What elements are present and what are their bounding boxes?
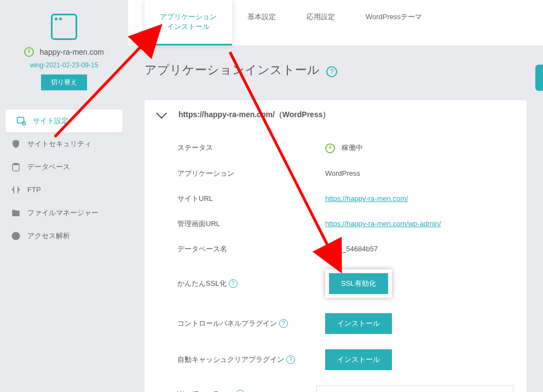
tab-wordpress-theme[interactable]: WordPressテーマ (350, 0, 437, 45)
sidebar-item-label: サイト設定 (33, 116, 68, 126)
theme-select[interactable] (316, 385, 513, 392)
tab-label: 応用設定 (307, 13, 335, 21)
cp-plugin-install-button[interactable]: インストール (325, 313, 392, 334)
site-url-value: https://happy-ra-men.com/ (325, 194, 408, 203)
power-icon (24, 47, 34, 57)
row-cp-plugin: コントロールパネルプラグイン ? インストール (177, 305, 513, 342)
site-summary: happy-ra-men.com wing-2021-02-23-09-15 切… (0, 14, 128, 104)
cp-plugin-value: インストール (325, 313, 392, 334)
cp-plugin-label-text: コントロールパネルプラグイン (177, 319, 277, 328)
row-theme: WordPressテーマ ? (177, 378, 513, 392)
row-application: アプリケーション WordPress (177, 161, 513, 186)
cache-plugin-value: インストール (325, 349, 392, 370)
site-url-label: サイトURL (177, 194, 325, 204)
cache-plugin-label-text: 自動キャッシュクリアプラグイン (177, 355, 284, 365)
sidebar-item-database[interactable]: データベース (0, 155, 128, 178)
help-icon[interactable]: ? (286, 355, 295, 364)
sidebar-item-label: データベース (27, 162, 70, 172)
sidebar: happy-ra-men.com wing-2021-02-23-09-15 切… (0, 0, 128, 392)
sidebar-nav: サイト設定 サイトセキュリティ データベース FTP ファイルマネージャー (0, 109, 128, 247)
page-title: アプリケーションインストール (145, 62, 320, 78)
side-drawer-toggle[interactable] (535, 65, 543, 91)
row-ssl: かんたんSSL化 ? SSL有効化 (177, 262, 513, 305)
sidebar-item-security[interactable]: サイトセキュリティ (0, 132, 128, 155)
help-icon[interactable]: ? (326, 66, 337, 77)
application-value: WordPress (325, 169, 360, 177)
site-domain: happy-ra-men.com (39, 48, 104, 56)
db-value: ztpce_54684b57 (325, 245, 378, 253)
ftp-icon (11, 185, 21, 195)
ssl-label: かんたんSSL化 ? (177, 279, 325, 289)
help-icon[interactable]: ? (229, 279, 238, 288)
shield-icon (11, 139, 21, 149)
tab-advanced-settings[interactable]: 応用設定 (291, 0, 350, 45)
sidebar-item-label: アクセス解析 (27, 231, 70, 241)
status-label: ステータス (177, 143, 325, 153)
accordion-header[interactable]: https://happy-ra-men.com/（WordPress） (145, 100, 527, 130)
folder-icon (11, 208, 21, 218)
cache-plugin-label: 自動キャッシュクリアプラグイン ? (177, 355, 325, 365)
theme-value (316, 385, 513, 392)
chevron-down-icon (156, 108, 167, 119)
row-cache-plugin: 自動キャッシュクリアプラグイン ? インストール (177, 342, 513, 378)
database-icon (11, 162, 21, 172)
server-name: wing-2021-02-23-09-15 (5, 61, 123, 69)
tab-basic-settings[interactable]: 基本設定 (232, 0, 291, 45)
cache-plugin-install-button[interactable]: インストール (325, 349, 392, 370)
tab-app-install[interactable]: アプリケーション インストール (145, 0, 232, 45)
row-status: ステータス 稼働中 (177, 135, 513, 161)
theme-label-text: WordPressテーマ (177, 389, 234, 392)
sidebar-item-label: FTP (27, 186, 41, 194)
row-site-url: サイトURL https://happy-ra-men.com/ (177, 186, 513, 211)
tab-label: WordPressテーマ (366, 13, 422, 21)
help-icon[interactable]: ? (279, 319, 288, 328)
ssl-enable-button[interactable]: SSL有効化 (329, 273, 388, 294)
app-details: ステータス 稼働中 アプリケーション WordPress サイトURL http… (145, 130, 527, 392)
site-window-icon (51, 14, 77, 40)
sidebar-item-analytics[interactable]: アクセス解析 (0, 224, 128, 247)
power-icon (325, 143, 335, 153)
tab-bar: アプリケーション インストール 基本設定 応用設定 WordPressテーマ (128, 0, 543, 45)
row-database-name: データベース名 ztpce_54684b57 (177, 237, 513, 262)
sidebar-item-filemanager[interactable]: ファイルマネージャー (0, 201, 128, 224)
sidebar-item-label: ファイルマネージャー (27, 208, 99, 218)
ssl-label-text: かんたんSSL化 (177, 279, 227, 289)
app-accordion: https://happy-ra-men.com/（WordPress） ステー… (145, 100, 527, 392)
status-value: 稼働中 (325, 143, 363, 153)
sidebar-item-ftp[interactable]: FTP (0, 178, 128, 201)
ssl-value: SSL有効化 (325, 269, 392, 298)
content-area: アプリケーションインストール ? https://happy-ra-men.co… (128, 45, 543, 392)
application-label: アプリケーション (177, 169, 325, 178)
db-label: データベース名 (177, 244, 325, 254)
admin-url-value: https://happy-ra-men.com/wp-admin/ (325, 220, 441, 228)
site-url-link[interactable]: https://happy-ra-men.com/ (325, 194, 408, 203)
help-icon[interactable]: ? (236, 390, 245, 392)
piechart-icon (11, 231, 21, 241)
tab-label-line1: アプリケーション (160, 12, 217, 22)
admin-url-label: 管理画面URL (177, 219, 325, 229)
globe-gear-icon (16, 116, 26, 126)
site-domain-line: happy-ra-men.com (5, 47, 123, 57)
sidebar-item-site-settings[interactable]: サイト設定 (5, 109, 123, 132)
tab-label: 基本設定 (247, 13, 276, 21)
tab-label-line2: インストール (160, 22, 217, 32)
svg-point-2 (13, 163, 19, 165)
ssl-button-highlight: SSL有効化 (325, 269, 392, 298)
switch-site-button[interactable]: 切り替え (41, 74, 87, 90)
main: アプリケーション インストール 基本設定 応用設定 WordPressテーマ ア… (128, 0, 543, 392)
cp-plugin-label: コントロールパネルプラグイン ? (177, 319, 325, 328)
sidebar-item-label: サイトセキュリティ (27, 139, 91, 149)
row-admin-url: 管理画面URL https://happy-ra-men.com/wp-admi… (177, 211, 513, 237)
status-text: 稼働中 (342, 143, 363, 152)
theme-label: WordPressテーマ ? (177, 389, 316, 392)
accordion-title: https://happy-ra-men.com/（WordPress） (178, 110, 330, 120)
admin-url-link[interactable]: https://happy-ra-men.com/wp-admin/ (325, 220, 441, 228)
